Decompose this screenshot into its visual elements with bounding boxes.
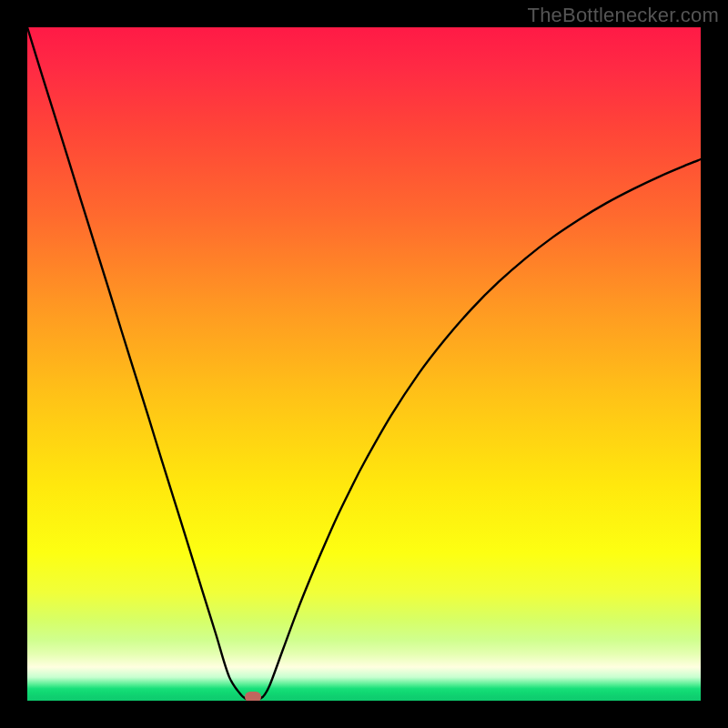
plot-area: [27, 27, 701, 701]
curve-layer: [27, 27, 701, 701]
bottleneck-curve: [27, 27, 701, 700]
watermark-text: TheBottlenecker.com: [528, 4, 719, 27]
optimal-point-marker: [245, 692, 261, 701]
chart-frame: TheBottlenecker.com: [0, 0, 728, 728]
